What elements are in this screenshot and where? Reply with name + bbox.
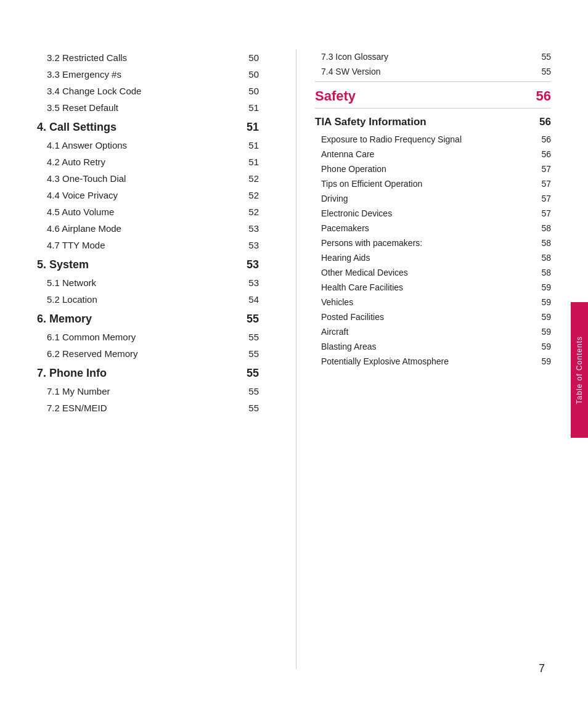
toc-item: 5.1 Network53: [37, 274, 259, 291]
safety-item-label: Electronic Devices: [321, 208, 536, 218]
toc-item: 3.4 Change Lock Code50: [37, 83, 259, 99]
toc-label: 6.1 Common Memory: [47, 332, 240, 342]
section-header: 7. Phone Info55: [37, 362, 259, 383]
safety-item: Other Medical Devices58: [315, 265, 551, 280]
section-header: 5. System53: [37, 253, 259, 274]
right-toc-item: 7.3 Icon Glossary55: [315, 49, 551, 64]
safety-item-page: 59: [536, 312, 551, 322]
section-page: 51: [247, 121, 259, 134]
safety-item-page: 56: [536, 134, 551, 144]
safety-item-label: Health Care Facilities: [321, 282, 536, 292]
toc-item: 4.3 One-Touch Dial52: [37, 170, 259, 187]
toc-page: 55: [240, 332, 259, 342]
toc-label: 4.4 Voice Privacy: [47, 190, 240, 200]
safety-item: Potentially Explosive Atmosphere59: [315, 354, 551, 369]
safety-item-page: 58: [536, 238, 551, 248]
toc-page: 52: [240, 190, 259, 200]
toc-page: 52: [240, 173, 259, 184]
safety-item-page: 59: [536, 297, 551, 307]
toc-item: 4.1 Answer Options51: [37, 137, 259, 154]
safety-label: Safety: [315, 88, 356, 104]
toc-item: 4.4 Voice Privacy52: [37, 187, 259, 203]
toc-item: 4.7 TTY Mode53: [37, 237, 259, 253]
sidebar-tab-label: Table of Contents: [575, 336, 584, 404]
toc-label: 5.2 Location: [47, 294, 240, 305]
toc-page: 51: [240, 140, 259, 150]
toc-item: 3.5 Reset Default51: [37, 99, 259, 116]
safety-item-label: Potentially Explosive Atmosphere: [321, 356, 536, 366]
section-page: 55: [247, 313, 259, 326]
right-toc-page: 55: [536, 52, 551, 62]
safety-item-page: 57: [536, 164, 551, 174]
two-column-layout: 3.2 Restricted Calls503.3 Emergency #s50…: [37, 49, 551, 669]
toc-page: 51: [240, 102, 259, 113]
page-number: 7: [539, 662, 545, 675]
right-column: 7.3 Icon Glossary557.4 SW Version55Safet…: [296, 49, 551, 669]
safety-item: Tips on Efficient Operation57: [315, 176, 551, 191]
toc-item: 4.2 Auto Retry51: [37, 154, 259, 170]
safety-header: Safety56: [315, 84, 551, 109]
toc-label: 4.5 Auto Volume: [47, 207, 240, 217]
safety-item-label: Phone Operation: [321, 164, 536, 174]
toc-label: 3.2 Restricted Calls: [47, 52, 240, 63]
safety-item-page: 58: [536, 223, 551, 233]
section-header: 4. Call Settings51: [37, 116, 259, 137]
safety-item: Antenna Care56: [315, 147, 551, 162]
safety-item: Blasting Areas59: [315, 339, 551, 354]
toc-label: 4.1 Answer Options: [47, 140, 240, 150]
toc-label: 6.2 Reserved Memory: [47, 348, 240, 359]
section-label: 5. System: [37, 258, 89, 271]
right-toc-label: 7.4 SW Version: [321, 67, 536, 76]
safety-item-page: 57: [536, 208, 551, 218]
toc-page: 53: [240, 277, 259, 288]
safety-item: Posted Facilities59: [315, 310, 551, 324]
safety-page: 56: [536, 88, 551, 104]
safety-item-page: 58: [536, 268, 551, 277]
safety-item: Aircraft59: [315, 324, 551, 339]
safety-item-label: Driving: [321, 194, 536, 203]
safety-item-label: Vehicles: [321, 297, 536, 307]
safety-item-page: 57: [536, 179, 551, 189]
toc-label: 7.1 My Number: [47, 386, 240, 396]
toc-page: 53: [240, 223, 259, 234]
safety-item-page: 59: [536, 356, 551, 366]
safety-item-label: Persons with pacemakers:: [321, 238, 536, 248]
toc-item: 5.2 Location54: [37, 291, 259, 308]
toc-label: 5.1 Network: [47, 277, 240, 288]
toc-item: 6.2 Reserved Memory55: [37, 345, 259, 362]
toc-page: 54: [240, 294, 259, 305]
section-label: 6. Memory: [37, 313, 92, 326]
toc-item: 4.5 Auto Volume52: [37, 203, 259, 220]
toc-label: 4.6 Airplane Mode: [47, 223, 240, 234]
safety-item-page: 59: [536, 342, 551, 351]
toc-page: 51: [240, 157, 259, 167]
safety-item-page: 59: [536, 282, 551, 292]
page-container: 3.2 Restricted Calls503.3 Emergency #s50…: [0, 0, 588, 706]
right-toc-label: 7.3 Icon Glossary: [321, 52, 536, 62]
section-page: 53: [247, 258, 259, 271]
toc-page: 50: [240, 86, 259, 96]
safety-item-label: Posted Facilities: [321, 312, 536, 322]
safety-item: Pacemakers58: [315, 221, 551, 236]
section-header: 6. Memory55: [37, 308, 259, 329]
divider: [315, 81, 551, 82]
safety-item-label: Hearing Aids: [321, 253, 536, 263]
section-label: 7. Phone Info: [37, 367, 107, 380]
toc-page: 52: [240, 207, 259, 217]
safety-item: Persons with pacemakers:58: [315, 236, 551, 250]
safety-item-page: 56: [536, 149, 551, 159]
toc-label: 4.7 TTY Mode: [47, 240, 240, 250]
safety-item: Hearing Aids58: [315, 250, 551, 265]
toc-page: 55: [240, 403, 259, 413]
right-toc-item: 7.4 SW Version55: [315, 64, 551, 79]
safety-item-page: 59: [536, 327, 551, 337]
safety-item-label: Tips on Efficient Operation: [321, 179, 536, 189]
safety-item: Driving57: [315, 191, 551, 206]
toc-page: 55: [240, 386, 259, 396]
safety-item-label: Exposure to Radio Frequency Signal: [321, 134, 536, 144]
toc-label: 7.2 ESN/MEID: [47, 403, 240, 413]
toc-page: 53: [240, 240, 259, 250]
toc-label: 4.2 Auto Retry: [47, 157, 240, 167]
section-label: 4. Call Settings: [37, 121, 116, 134]
toc-item: 6.1 Common Memory55: [37, 329, 259, 345]
